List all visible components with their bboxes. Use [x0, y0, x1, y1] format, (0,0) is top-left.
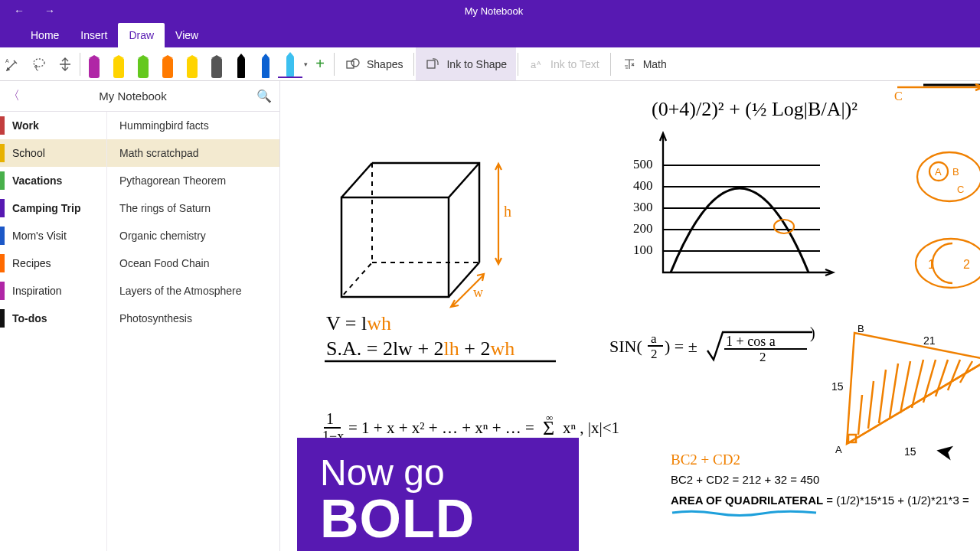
svg-rect-3 — [347, 61, 354, 68]
pen-0[interactable] — [82, 51, 106, 78]
section-label: Vacations — [12, 174, 62, 187]
math-label: Math — [643, 58, 667, 70]
svg-point-18 — [917, 152, 980, 201]
overlay-line2: BOLD — [320, 494, 556, 545]
text-tool-icon[interactable]: A — [0, 51, 26, 77]
tab-draw[interactable]: Draw — [118, 23, 165, 47]
svg-text:B: B — [952, 166, 959, 178]
svg-text:V = lwh: V = lwh — [326, 312, 391, 334]
pen-3[interactable] — [155, 51, 180, 78]
svg-text:A: A — [5, 58, 9, 64]
sidebar-back-icon[interactable]: 〈 — [8, 88, 20, 104]
ink-to-text-label: Ink to Text — [550, 58, 599, 70]
section-item[interactable]: Inspiration — [0, 277, 106, 305]
pen-7[interactable] — [253, 51, 278, 78]
svg-text:1 + cos a: 1 + cos a — [726, 334, 776, 349]
forward-arrow[interactable]: → — [44, 5, 55, 17]
ink-to-shape-button[interactable]: Ink to Shape — [416, 47, 516, 80]
page-canvas[interactable]: (0+4)/2)² + (½ Log|B/A|)² h w — [280, 81, 980, 551]
pen-2[interactable] — [131, 51, 155, 78]
ink-to-shape-label: Ink to Shape — [446, 58, 507, 70]
page-item[interactable]: Ocean Food Chain — [107, 249, 279, 277]
svg-text:B: B — [858, 323, 864, 334]
ink-to-shape-icon — [425, 57, 440, 72]
svg-text:400: 400 — [633, 178, 653, 193]
section-item[interactable]: Recipes — [0, 249, 106, 277]
bottom-math-block: BC2 + CD2 BC2 + CD2 = 212 + 32 = 450 ARE… — [671, 452, 969, 520]
section-item[interactable]: Camping Trip — [0, 194, 106, 222]
section-label: Camping Trip — [12, 202, 80, 214]
svg-text:200: 200 — [633, 221, 653, 236]
svg-text:1: 1 — [928, 258, 935, 271]
ribbon-tabs: Home Insert Draw View — [0, 21, 980, 47]
cube-sketch: h w — [326, 144, 556, 320]
pen-1[interactable] — [106, 51, 131, 78]
svg-text:A: A — [537, 60, 541, 67]
svg-point-2 — [35, 65, 38, 67]
add-pen-button[interactable]: + — [308, 55, 332, 73]
svg-text:21: 21 — [923, 334, 936, 347]
window-title: My Notebook — [465, 5, 524, 17]
section-item[interactable]: Mom's Visit — [0, 222, 106, 249]
page-item[interactable]: Pythagorean Theorem — [107, 167, 279, 194]
section-label: Mom's Visit — [12, 230, 67, 242]
tab-insert[interactable]: Insert — [70, 23, 118, 47]
svg-text:SIN(: SIN( — [609, 337, 642, 356]
page-item[interactable]: Hummingbird facts — [107, 112, 279, 139]
section-item[interactable]: Vacations — [0, 167, 106, 194]
svg-text:C: C — [957, 184, 964, 195]
page-item[interactable]: The rings of Saturn — [107, 194, 279, 222]
section-item[interactable]: School — [0, 139, 106, 167]
section-label: School — [12, 147, 45, 159]
page-item[interactable]: Organic chemistry — [107, 222, 279, 249]
ink-to-text-icon: aA — [529, 57, 544, 72]
section-label: Inspiration — [12, 285, 62, 297]
svg-text:A: A — [935, 166, 942, 178]
volume-surface-ink: V = lwh S.A. = 2lw + 2lh + 2wh — [322, 311, 590, 380]
svg-text:2: 2 — [963, 258, 970, 271]
svg-text:S.A. = 2lw + 2lh + 2wh: S.A. = 2lw + 2lh + 2wh — [326, 337, 514, 360]
title-bar: ← → My Notebook — [0, 0, 980, 21]
sidebar-search-icon[interactable]: 🔍 — [256, 89, 272, 103]
page-item[interactable]: Math scratchpad — [107, 139, 279, 167]
pen-5[interactable] — [204, 51, 229, 78]
draw-toolbar: A ▾ + Shapes Ink to Shape aA Ink to Text… — [0, 47, 980, 81]
math-button[interactable]: Math — [612, 47, 676, 80]
svg-text:2: 2 — [760, 350, 766, 364]
svg-text:300: 300 — [633, 200, 653, 214]
section-label: Work — [12, 119, 39, 132]
pen-6[interactable] — [229, 51, 253, 78]
svg-text:500: 500 — [633, 157, 653, 171]
svg-text:) = ±: ) = ± — [665, 337, 697, 356]
page-item[interactable]: Photosynthesis — [107, 305, 279, 332]
svg-text:2: 2 — [651, 347, 658, 361]
svg-point-23 — [916, 239, 980, 288]
pen-8[interactable] — [278, 51, 302, 78]
svg-text:a: a — [651, 331, 657, 346]
svg-text:= 1 + x + x² + … + xⁿ + … =: = 1 + x + x² + … + xⁿ + … = — [348, 419, 534, 437]
parabola-graph: 500400300200100 — [629, 127, 843, 295]
svg-text:(0+4)/2)² + (½ Log|B/A|)²: (0+4)/2)² + (½ Log|B/A|)² — [652, 98, 858, 120]
tab-view[interactable]: View — [165, 23, 209, 47]
svg-rect-5 — [427, 60, 435, 68]
shapes-button[interactable]: Shapes — [336, 47, 412, 80]
lasso-tool-icon[interactable] — [26, 51, 52, 77]
section-label: To-dos — [12, 312, 47, 324]
orange-diagrams: C A B C 1 2 — [890, 81, 980, 311]
notebook-sidebar: 〈 My Notebook 🔍 WorkSchoolVacationsCampi… — [0, 81, 280, 551]
sidebar-title: My Notebook — [26, 90, 250, 103]
pen-4[interactable] — [180, 51, 204, 78]
back-arrow[interactable]: ← — [14, 5, 24, 17]
page-item[interactable]: Layers of the Atmosphere — [107, 277, 279, 305]
section-item[interactable]: Work — [0, 112, 106, 139]
svg-text:1: 1 — [326, 410, 334, 427]
triangle-sketch: B A 15 21 15 — [831, 321, 980, 459]
section-label: Recipes — [12, 257, 51, 269]
svg-text:w: w — [473, 285, 483, 300]
section-item[interactable]: To-dos — [0, 305, 106, 332]
tab-home[interactable]: Home — [20, 23, 70, 47]
svg-text:): ) — [810, 324, 815, 342]
shapes-icon — [345, 57, 361, 72]
svg-text:a: a — [531, 59, 537, 70]
insert-space-icon[interactable] — [52, 51, 78, 77]
